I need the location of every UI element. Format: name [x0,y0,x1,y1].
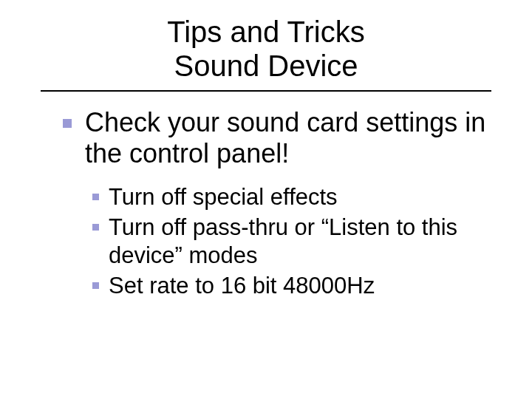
square-bullet-icon [63,119,72,128]
square-bullet-icon [92,224,99,231]
bullet-level2: Turn off special effects [109,183,499,212]
slide-title: Tips and Tricks Sound Device [0,15,532,83]
bullet-level1: Check your sound card settings in the co… [85,107,499,170]
bullet-level2: Turn off pass-thru or “Listen to this de… [109,214,499,271]
bullet-text: Turn off pass-thru or “Listen to this de… [109,214,457,269]
bullet-text: Check your sound card settings in the co… [85,107,485,168]
bullet-level2: Set rate to 16 bit 48000Hz [109,272,499,301]
slide: Tips and Tricks Sound Device Check your … [0,0,532,399]
square-bullet-icon [92,282,99,289]
title-underline [41,90,491,92]
bullet-level2-group: Turn off special effects Turn off pass-t… [109,183,499,301]
bullet-text: Set rate to 16 bit 48000Hz [109,273,375,299]
square-bullet-icon [92,194,99,200]
bullet-text: Turn off special effects [109,184,338,210]
title-line-1: Tips and Tricks [0,15,532,49]
title-line-2: Sound Device [0,49,532,83]
slide-body: Check your sound card settings in the co… [85,107,499,302]
